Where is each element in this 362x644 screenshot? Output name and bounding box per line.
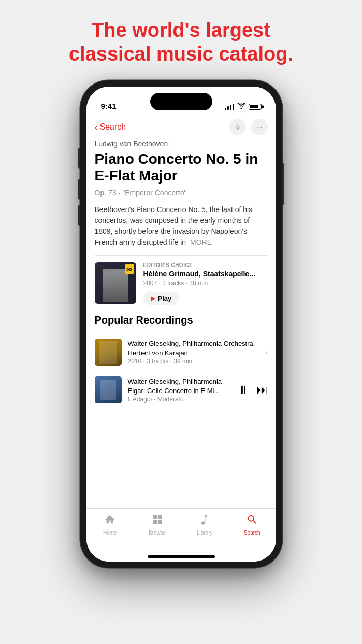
browse-icon xyxy=(152,514,163,528)
tab-library[interactable]: Library xyxy=(186,514,223,536)
play-button[interactable]: Play xyxy=(143,292,179,305)
tab-browse[interactable]: Browse xyxy=(139,514,176,536)
composer-row[interactable]: Ludwig van Beethoven › xyxy=(95,139,268,148)
play-triangle-icon xyxy=(151,296,155,301)
recording-row-2[interactable]: Walter Gieseking, Philharmonia Elgar: Ce… xyxy=(95,371,268,409)
nav-bar: ‹ Search ☆ ··· xyxy=(86,115,276,139)
scroll-area[interactable]: Ludwig van Beethoven › Piano Concerto No… xyxy=(86,139,276,508)
recording-1-title: Walter Gieseking, Philharmonia Orchestra… xyxy=(128,339,259,358)
tab-library-label: Library xyxy=(197,530,213,536)
status-time: 9:41 xyxy=(101,102,117,110)
tab-search[interactable]: Search xyxy=(234,514,270,536)
headline-line1: The world's largest xyxy=(69,19,293,43)
phone-wrapper: 9:41 xyxy=(80,80,282,568)
composer-name-text: Ludwig van Beethoven xyxy=(95,139,168,148)
dg-logo: DG xyxy=(125,264,134,274)
signal-bars-icon xyxy=(225,104,234,110)
play-label: Play xyxy=(158,295,172,302)
work-description: Beethoven's Piano Concerto No. 5, the la… xyxy=(95,204,268,248)
recording-2-subtitle: Elgar: Cello Concerto in E Mi... xyxy=(128,386,231,396)
sheku-album-art xyxy=(95,376,122,403)
recording-1-chevron-icon: › xyxy=(265,348,268,356)
more-button[interactable]: ··· xyxy=(251,119,268,135)
back-label: Search xyxy=(100,122,126,132)
recording-1-meta: 2010 · 3 tracks · 39 min xyxy=(128,358,259,365)
status-bar: 9:41 xyxy=(86,87,276,115)
tab-home-label: Home xyxy=(103,530,117,536)
tab-bar: Home Browse xyxy=(86,508,276,551)
home-icon xyxy=(104,514,115,528)
status-icons xyxy=(225,103,262,110)
tab-browse-label: Browse xyxy=(149,530,166,536)
home-bar xyxy=(148,555,215,558)
wifi-icon xyxy=(237,103,245,110)
recording-row-1[interactable]: Walter Gieseking, Philharmonia Orchestra… xyxy=(95,333,268,371)
page-headline: The world's largest classical music cata… xyxy=(48,19,314,66)
phone-shell: 9:41 xyxy=(80,80,282,568)
recording-2-meta: I. Adagio - Moderato xyxy=(128,396,231,403)
tab-home[interactable]: Home xyxy=(92,514,128,536)
playback-controls: ⏸ ⏭ xyxy=(238,383,268,397)
favorite-button[interactable]: ☆ xyxy=(229,119,246,135)
search-icon xyxy=(247,514,258,528)
editors-choice-row[interactable]: DG EDITOR'S CHOICE Hélène Grimaud, Staat… xyxy=(95,262,268,305)
library-icon xyxy=(199,514,210,528)
recording-1-info: Walter Gieseking, Philharmonia Orchestra… xyxy=(128,339,259,365)
composer-chevron-icon: › xyxy=(170,140,172,147)
dynamic-island xyxy=(150,93,212,110)
app-content: ‹ Search ☆ ··· Ludwig van Beethoven › xyxy=(86,115,276,562)
divider xyxy=(95,255,268,256)
headline-line2: classical music catalog. xyxy=(69,43,293,66)
battery-icon xyxy=(249,104,262,110)
chevron-left-icon: ‹ xyxy=(95,122,98,133)
work-subtitle: Op. 73 · "Emperor Concerto" xyxy=(95,189,268,197)
phone-screen: 9:41 xyxy=(86,87,276,562)
fast-forward-button[interactable]: ⏭ xyxy=(256,383,268,397)
editors-choice-label: EDITOR'S CHOICE xyxy=(143,262,268,268)
grimaud-album-art: DG xyxy=(95,262,136,304)
back-button[interactable]: ‹ Search xyxy=(95,122,126,133)
recording-2-title: Walter Gieseking, Philharmonia xyxy=(128,377,231,386)
tab-search-label: Search xyxy=(244,530,260,536)
editors-choice-info: EDITOR'S CHOICE Hélène Grimaud, Staatska… xyxy=(143,262,268,305)
recording-2-info: Walter Gieseking, Philharmonia Elgar: Ce… xyxy=(128,377,231,403)
more-link[interactable]: MORE xyxy=(190,238,212,246)
pause-button[interactable]: ⏸ xyxy=(238,383,249,397)
popular-recordings-title: Popular Recordings xyxy=(95,314,268,326)
work-title: Piano Concerto No. 5 in E-Flat Major xyxy=(95,151,268,184)
home-indicator xyxy=(86,551,276,562)
editors-choice-meta: 2007 · 3 tracks · 38 min xyxy=(143,279,268,287)
nav-actions: ☆ ··· xyxy=(229,119,268,135)
editors-choice-title: Hélène Grimaud, Staatskapelle... xyxy=(143,270,268,278)
karajan-album-art xyxy=(95,339,122,366)
